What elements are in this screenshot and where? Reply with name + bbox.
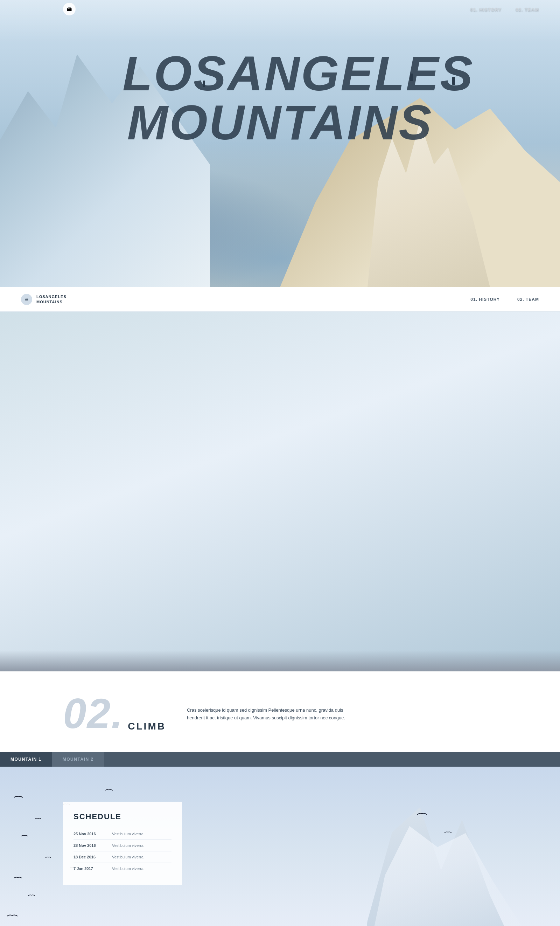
fog-overlay: [360, 651, 437, 655]
hero-title-line2: MOUNTAINS: [122, 98, 438, 147]
navbar-brand: 🏔 LOSANGELES MOUNTAINS: [21, 294, 66, 305]
section-history: 01. HISTORY Lorem ipsum dolor sit amet, …: [0, 312, 560, 671]
section-climb-inner: 02. CLIMB Cras scelerisque id quam sed d…: [0, 692, 560, 734]
navbar-nav-history[interactable]: 01. HISTORY: [470, 297, 500, 302]
climb-number: 02.: [63, 692, 124, 734]
hero-nav-history[interactable]: 01. HISTORY: [470, 7, 502, 12]
mountain-section: SCHEDULE 25 Nov 2016 Vestibulum viverra …: [0, 767, 560, 926]
bird-b2: [28, 924, 34, 926]
schedule-date-2: 28 Nov 2016: [74, 843, 105, 847]
schedule-date-1: 25 Nov 2016: [74, 832, 105, 836]
hero-nav-team[interactable]: 02. TEAM: [516, 7, 539, 12]
climber-figure-2: [410, 74, 413, 81]
hero-logo-circle: 🏔: [63, 3, 75, 15]
bird-9: [28, 893, 35, 899]
gallery-thumb-4[interactable]: [360, 605, 437, 655]
bird-3: [105, 788, 113, 794]
hero-section: 01. HISTORY 02. TEAM 🏔 LOSANGELES MOUNTA…: [0, 0, 560, 287]
tab-mountain1[interactable]: MOUNTAIN 1: [0, 752, 52, 767]
navbar-brand-text: LOSANGELES MOUNTAINS: [36, 294, 66, 304]
tabs-bar: MOUNTAIN 1 MOUNTAIN 2: [0, 752, 560, 767]
climber-figure-1: [203, 80, 205, 87]
schedule-title: SCHEDULE: [74, 812, 172, 821]
bird-10: [417, 812, 427, 819]
bird-4: [35, 816, 41, 822]
gallery-strip: [0, 599, 560, 671]
navbar: 🏔 LOSANGELES MOUNTAINS 01. HISTORY 02. T…: [0, 287, 560, 312]
schedule-event-4: Vestibulum viverra: [112, 867, 143, 871]
schedule-row-2: 28 Nov 2016 Vestibulum viverra: [74, 840, 172, 852]
schedule-row-1: 25 Nov 2016 Vestibulum viverra: [74, 828, 172, 840]
schedule-card: SCHEDULE 25 Nov 2016 Vestibulum viverra …: [63, 802, 182, 885]
gallery-inner: [0, 605, 560, 655]
bird-6: [45, 854, 51, 861]
navbar-nav-team[interactable]: 02. TEAM: [517, 297, 539, 302]
hero-logo-icon: 🏔: [67, 6, 72, 12]
climber-figure-3: [452, 77, 455, 85]
tab-mountain2[interactable]: MOUNTAIN 2: [52, 752, 104, 767]
hero-logo: 🏔: [63, 3, 75, 15]
hero-title: LOSANGELES MOUNTAINS: [122, 49, 438, 147]
bird-7: [14, 875, 22, 882]
schedule-row-4: 7 Jan 2017 Vestibulum viverra: [74, 863, 172, 874]
schedule-date-3: 18 Dec 2016: [74, 855, 105, 859]
navbar-nav: 01. HISTORY 02. TEAM: [470, 297, 539, 302]
schedule-event-3: Vestibulum viverra: [112, 855, 143, 859]
schedule-event-1: Vestibulum viverra: [112, 832, 143, 836]
hero-sky-overlay: [0, 0, 560, 42]
schedule-event-2: Vestibulum viverra: [112, 843, 143, 847]
bird-5: [21, 833, 28, 840]
bird-11: [444, 830, 451, 836]
climb-title: CLIMB: [128, 721, 166, 732]
section-climb: 02. CLIMB Cras scelerisque id quam sed d…: [0, 671, 560, 752]
hero-nav: 01. HISTORY 02. TEAM: [470, 7, 539, 12]
schedule-date-4: 7 Jan 2017: [74, 867, 105, 871]
bird-1: [14, 795, 23, 801]
schedule-row-3: 18 Dec 2016 Vestibulum viverra: [74, 852, 172, 863]
navbar-logo-icon: 🏔: [21, 294, 32, 305]
bird-group-bottom: [7, 914, 18, 920]
hero-title-line1: LOSANGELES: [122, 49, 438, 98]
climb-body: Cras scelerisque id quam sed dignissim P…: [187, 692, 362, 722]
climb-number-col: 02. CLIMB: [63, 692, 166, 734]
